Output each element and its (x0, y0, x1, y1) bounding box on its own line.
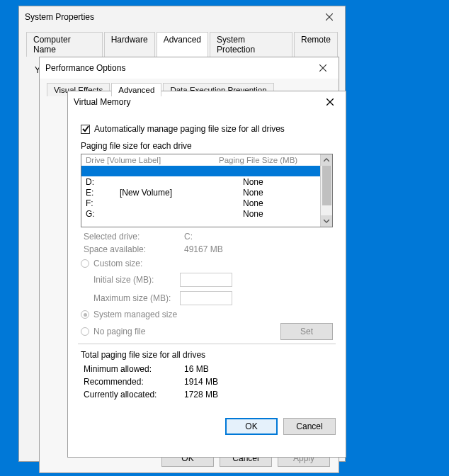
scroll-down-icon[interactable] (321, 215, 332, 227)
custom-size-radio[interactable] (81, 259, 89, 268)
total-section-header: Total paging file size for all drives (81, 350, 333, 360)
system-properties-title: System Properties (25, 12, 319, 22)
virtual-memory-buttons: OK Cancel (68, 412, 346, 443)
selected-drive-label: Selected drive: (84, 232, 176, 242)
custom-size-radio-row: Custom size: (81, 259, 333, 268)
col-pfs-label: Paging File Size (MB) (219, 156, 304, 164)
drive-letter: E: (86, 188, 120, 198)
auto-manage-checkbox-row: Automatically manage paging file size fo… (81, 124, 333, 134)
drive-list-header: Drive [Volume Label] Paging File Size (M… (81, 154, 332, 166)
system-properties-titlebar: System Properties (19, 6, 345, 28)
recommended-label: Recommended: (84, 377, 176, 387)
drive-letter: G: (86, 209, 120, 219)
tab-computer-name[interactable]: Computer Name (26, 32, 103, 57)
no-paging-radio-row: No paging file Set (81, 323, 333, 340)
auto-manage-checkbox[interactable] (81, 125, 90, 134)
drive-list-scrollbar[interactable] (320, 154, 332, 227)
system-managed-label: System managed size (93, 310, 177, 319)
drive-row[interactable]: E: [New Volume] None (81, 187, 332, 198)
set-button[interactable]: Set (280, 323, 333, 340)
drive-pfs: None (243, 209, 328, 219)
tab-perf-advanced[interactable]: Advanced (111, 83, 161, 96)
scroll-up-icon[interactable] (321, 154, 332, 166)
selected-drive-value: C: (184, 232, 333, 242)
system-properties-tabs: Computer Name Hardware Advanced System P… (19, 28, 345, 57)
virtual-memory-body: Automatically manage paging file size fo… (68, 113, 346, 412)
virtual-memory-titlebar: Virtual Memory (68, 91, 346, 113)
drive-pfs: None (243, 177, 328, 187)
drive-letter: D: (86, 177, 120, 187)
currently-allocated-label: Currently allocated: (84, 390, 176, 400)
tab-advanced[interactable]: Advanced (157, 32, 208, 57)
drive-letter: F: (86, 198, 120, 208)
tab-system-protection[interactable]: System Protection (210, 32, 292, 57)
drive-volume-label: [New Volume] (120, 188, 243, 198)
maximum-size-label: Maximum size (MB): (93, 293, 174, 303)
recommended-value: 1914 MB (184, 377, 333, 387)
tab-hardware[interactable]: Hardware (104, 32, 155, 57)
drive-row[interactable]: F: None (81, 198, 332, 208)
virtual-memory-title: Virtual Memory (74, 97, 320, 107)
drive-row[interactable] (81, 166, 332, 176)
drive-pfs: None (243, 188, 328, 198)
drive-pfs: None (243, 198, 328, 208)
space-available-value: 49167 MB (184, 244, 333, 254)
col-drive-label: Drive [Volume Label] (86, 156, 219, 164)
close-icon[interactable] (319, 9, 339, 25)
drive-rows: D: None E: [New Volume] None F: None G: (81, 166, 332, 219)
tab-remote[interactable]: Remote (294, 32, 338, 57)
close-icon[interactable] (313, 60, 333, 76)
close-icon[interactable] (320, 94, 340, 110)
initial-size-input[interactable] (180, 273, 232, 287)
drive-row[interactable]: D: None (81, 176, 332, 187)
ok-button[interactable]: OK (225, 418, 278, 435)
no-paging-label: No paging file (93, 327, 145, 336)
space-available-label: Space available: (84, 244, 176, 254)
paging-group-label: Paging file size for each drive (81, 141, 333, 151)
no-paging-radio[interactable] (81, 327, 89, 336)
system-managed-radio-row: System managed size (81, 310, 333, 319)
separator (78, 344, 336, 344)
maximum-size-input[interactable] (180, 291, 232, 305)
performance-options-titlebar: Performance Options (40, 57, 339, 79)
auto-manage-label: Automatically manage paging file size fo… (94, 124, 285, 134)
scroll-thumb[interactable] (322, 166, 331, 205)
minimum-allowed-label: Minimum allowed: (84, 364, 176, 374)
virtual-memory-window: Virtual Memory Automatically manage pagi… (67, 91, 346, 458)
system-managed-radio[interactable] (81, 310, 89, 319)
performance-options-title: Performance Options (45, 63, 313, 73)
minimum-allowed-value: 16 MB (184, 364, 333, 374)
custom-size-label: Custom size: (93, 259, 142, 268)
drive-settings-block: Selected drive: C: Space available: 4916… (81, 232, 333, 340)
drive-list: Drive [Volume Label] Paging File Size (M… (81, 154, 333, 227)
initial-size-label: Initial size (MB): (93, 275, 174, 285)
drive-row[interactable]: G: None (81, 208, 332, 219)
cancel-button[interactable]: Cancel (283, 418, 336, 435)
currently-allocated-value: 1728 MB (184, 390, 333, 400)
